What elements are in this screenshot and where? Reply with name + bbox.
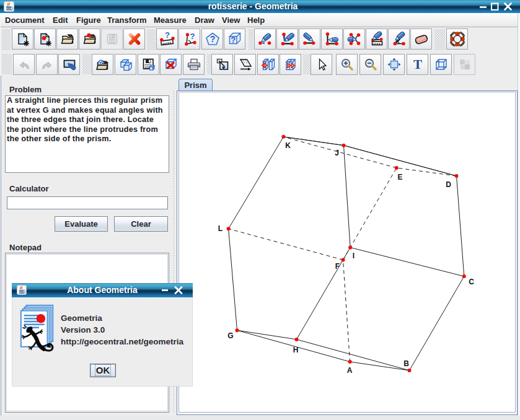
svg-text:?: ? — [209, 34, 215, 44]
svg-text:J: J — [335, 149, 339, 157]
svg-text:L: L — [218, 224, 223, 233]
svg-text:I: I — [353, 252, 355, 260]
svg-text:G: G — [227, 331, 233, 340]
svg-text:K: K — [285, 141, 291, 150]
svg-text:?: ? — [165, 31, 170, 40]
svg-text:A: A — [347, 366, 353, 375]
svg-text:E: E — [397, 173, 402, 182]
svg-text:T: T — [413, 57, 421, 72]
svg-text:B: B — [403, 359, 409, 368]
svg-text:D: D — [446, 180, 451, 189]
svg-text:C: C — [469, 278, 474, 286]
svg-text:?: ? — [231, 35, 236, 45]
svg-text:H: H — [293, 346, 299, 354]
svg-text:?: ? — [190, 32, 195, 41]
svg-text:F: F — [335, 262, 340, 271]
